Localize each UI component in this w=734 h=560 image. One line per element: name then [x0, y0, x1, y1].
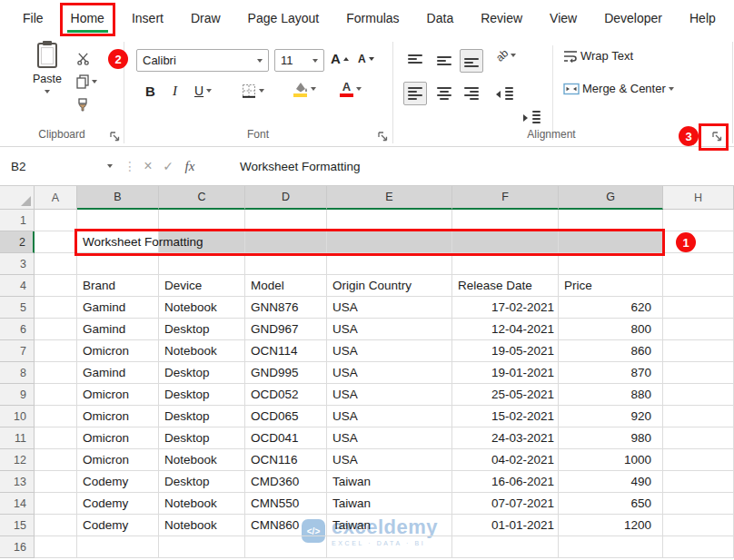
row-header-7[interactable]: 7	[0, 340, 35, 362]
cell-d16[interactable]	[245, 536, 327, 558]
align-left-button[interactable]	[403, 82, 427, 105]
col-header-f[interactable]: F	[452, 186, 559, 210]
cell-c5[interactable]: Notebook	[159, 297, 245, 319]
underline-button[interactable]: U	[194, 84, 212, 98]
cell-f8[interactable]: 19-01-2021	[452, 362, 559, 384]
cell-a14[interactable]	[35, 493, 77, 515]
cell-c8[interactable]: Desktop	[159, 362, 245, 384]
cell-f15[interactable]: 01-01-2021	[452, 515, 559, 536]
cell-b11[interactable]: Omicron	[77, 427, 159, 449]
cell-h6[interactable]	[663, 319, 734, 340]
cell-a9[interactable]	[35, 384, 77, 406]
cell-g3[interactable]	[559, 253, 663, 275]
cell-d10[interactable]: OCD065	[245, 406, 327, 427]
wrap-text-button[interactable]: Wrap Text	[563, 49, 633, 63]
top-align-button[interactable]	[403, 49, 427, 73]
formula-bar-content[interactable]: Worksheet Formatting	[202, 160, 361, 173]
cell-a7[interactable]	[35, 340, 77, 362]
cell-c12[interactable]: Notebook	[159, 449, 245, 471]
row-header-4[interactable]: 4	[0, 275, 35, 297]
cell-f12[interactable]: 04-02-2021	[452, 449, 559, 471]
cell-d3[interactable]	[245, 253, 327, 275]
cell-d1[interactable]	[245, 210, 327, 231]
cell-f5[interactable]: 17-02-2021	[452, 297, 559, 319]
cell-c3[interactable]	[159, 253, 245, 275]
cell-h3[interactable]	[663, 253, 734, 275]
cell-f14[interactable]: 07-07-2021	[452, 493, 559, 515]
cell-d9[interactable]: OCD052	[245, 384, 327, 406]
cell-g8[interactable]: 870	[559, 362, 663, 384]
cell-f2[interactable]	[452, 231, 559, 253]
italic-button[interactable]: I	[173, 84, 177, 99]
cell-a3[interactable]	[35, 253, 77, 275]
cell-a11[interactable]	[35, 427, 77, 449]
cell-h10[interactable]	[663, 406, 734, 427]
cell-d6[interactable]: GND967	[245, 319, 327, 340]
row-header-13[interactable]: 13	[0, 471, 35, 493]
cell-f1[interactable]	[452, 210, 559, 231]
cell-e2[interactable]	[327, 231, 452, 253]
cell-e7[interactable]: USA	[327, 340, 452, 362]
cell-f11[interactable]: 24-03-2021	[452, 427, 559, 449]
cell-h15[interactable]	[663, 515, 734, 536]
increase-indent-button[interactable]	[521, 105, 545, 129]
cell-c6[interactable]: Desktop	[159, 319, 245, 340]
cell-f4[interactable]: Release Date	[452, 275, 559, 297]
cell-b10[interactable]: Omicron	[77, 406, 159, 427]
cell-h4[interactable]	[663, 275, 734, 297]
tab-view[interactable]: View	[550, 0, 577, 36]
col-header-h[interactable]: H	[663, 186, 734, 210]
cell-g7[interactable]: 860	[559, 340, 663, 362]
row-header-8[interactable]: 8	[0, 362, 35, 384]
row-header-16[interactable]: 16	[0, 536, 35, 558]
cell-d4[interactable]: Model	[245, 275, 327, 297]
row-header-6[interactable]: 6	[0, 319, 35, 340]
cell-c16[interactable]	[159, 536, 245, 558]
cell-f6[interactable]: 12-04-2021	[452, 319, 559, 340]
row-header-2[interactable]: 2	[0, 231, 35, 253]
orientation-button[interactable]: ab	[496, 49, 516, 62]
cell-a4[interactable]	[35, 275, 77, 297]
row-header-15[interactable]: 15	[0, 515, 35, 536]
tab-help[interactable]: Help	[689, 0, 716, 36]
tab-developer[interactable]: Developer	[604, 0, 662, 36]
cell-g13[interactable]: 490	[559, 471, 663, 493]
col-header-c[interactable]: C	[159, 186, 245, 210]
enter-icon[interactable]: ✓	[158, 159, 178, 173]
cell-a5[interactable]	[35, 297, 77, 319]
tab-review[interactable]: Review	[481, 0, 522, 36]
bold-button[interactable]: B	[145, 84, 155, 99]
cell-c14[interactable]: Notebook	[159, 493, 245, 515]
cell-d2[interactable]	[245, 231, 327, 253]
cell-b6[interactable]: Gamind	[77, 319, 159, 340]
increase-font-size-button[interactable]: A	[331, 51, 349, 66]
cell-g10[interactable]: 920	[559, 406, 663, 427]
alignment-dialog-launcher[interactable]	[710, 130, 723, 142]
cell-d14[interactable]: CMN550	[245, 493, 327, 515]
tab-data[interactable]: Data	[427, 0, 454, 36]
format-painter-button[interactable]	[76, 94, 107, 116]
font-name-combobox[interactable]: Calibri	[136, 49, 269, 72]
align-center-button[interactable]	[432, 82, 456, 105]
cell-b13[interactable]: Codemy	[77, 471, 159, 493]
cell-e6[interactable]: USA	[327, 319, 452, 340]
cell-g4[interactable]: Price	[559, 275, 663, 297]
cell-e4[interactable]: Origin Country	[327, 275, 452, 297]
cell-c7[interactable]: Notebook	[159, 340, 245, 362]
cell-h16[interactable]	[663, 536, 734, 558]
cell-a6[interactable]	[35, 319, 77, 340]
cell-f16[interactable]	[452, 536, 559, 558]
font-color-button[interactable]: A	[340, 81, 362, 97]
cell-e5[interactable]: USA	[327, 297, 452, 319]
col-header-e[interactable]: E	[327, 186, 452, 210]
cell-h2[interactable]	[663, 231, 734, 253]
row-header-9[interactable]: 9	[0, 384, 35, 406]
cell-d7[interactable]: OCN114	[245, 340, 327, 362]
row-header-12[interactable]: 12	[0, 449, 35, 471]
cell-b7[interactable]: Omicron	[77, 340, 159, 362]
cell-d11[interactable]: OCD041	[245, 427, 327, 449]
cell-f3[interactable]	[452, 253, 559, 275]
cell-h8[interactable]	[663, 362, 734, 384]
clipboard-dialog-launcher[interactable]	[108, 130, 121, 142]
row-header-11[interactable]: 11	[0, 427, 35, 449]
